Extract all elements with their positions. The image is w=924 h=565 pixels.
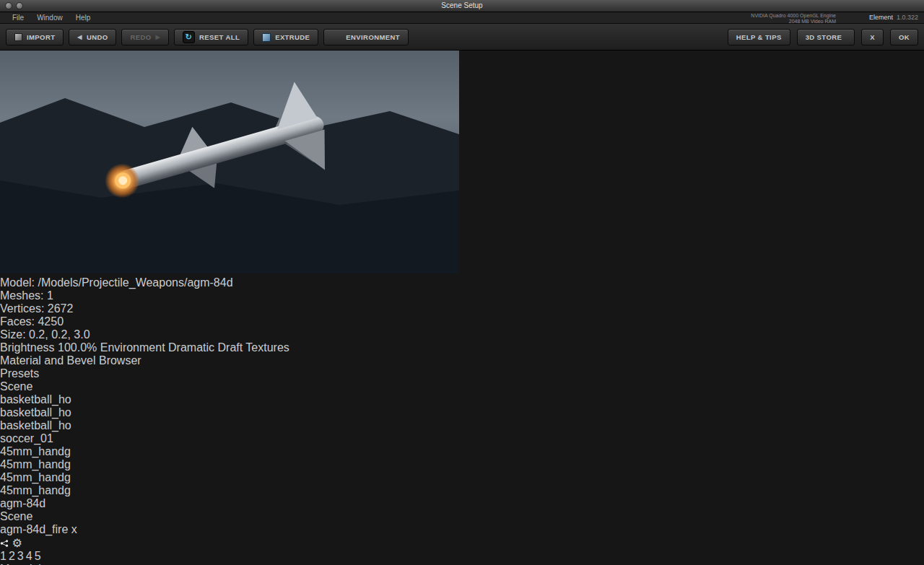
material-item[interactable]: basketball_ho [0, 419, 924, 432]
material-browser-title: Material and Bevel Browser [0, 354, 141, 367]
scene-object-row[interactable]: agm-84d_fire x [0, 523, 924, 536]
material-label: 45mm_handg [0, 484, 924, 497]
group-button[interactable]: 5 [35, 550, 41, 563]
scene-title: Scene [0, 510, 32, 522]
material-item[interactable]: basketball_ho [0, 406, 924, 419]
material-tab[interactable]: Scene [0, 380, 924, 393]
extrude-cube-icon [262, 33, 271, 42]
environment-sphere-icon [332, 32, 341, 42]
material-label: soccer_01 [0, 432, 924, 445]
brightness-value[interactable]: 100.0% [58, 341, 97, 354]
scene-toolbar: ⚙ 12345 [0, 536, 924, 563]
import-icon [14, 33, 22, 41]
settings-button[interactable]: ⚙ [12, 537, 22, 549]
main-toolbar: IMPORT ◀ UNDO REDO ▶ ↻ RESET ALL EXTRUDE… [0, 24, 924, 51]
material-panel-header: Material and Bevel Browser [0, 354, 924, 367]
preview-render [0, 13, 459, 273]
scene-panel-header: Scene [0, 510, 924, 523]
material-label: 45mm_handg [0, 471, 924, 484]
material-label: basketball_ho [0, 406, 924, 419]
preview-controls: Brightness 100.0% Environment Dramatic D… [0, 341, 924, 354]
cancel-button[interactable]: X [861, 29, 884, 45]
material-tabs: PresetsScene [0, 367, 924, 393]
draft-textures-label: Draft Textures [218, 341, 289, 354]
material-label: agm-84d [0, 497, 924, 510]
environment-label: Environment [100, 341, 165, 354]
reset-icon: ↻ [183, 31, 195, 43]
menu-item[interactable]: File [6, 12, 30, 23]
material-label: 45mm_handg [0, 445, 924, 458]
gear-icon: ⚙ [12, 537, 22, 549]
material-item[interactable]: 45mm_handg [0, 471, 924, 484]
material-item[interactable]: soccer_01 [0, 432, 924, 445]
material-tab[interactable]: Presets [0, 367, 924, 380]
material-item[interactable]: 45mm_handg [0, 458, 924, 471]
import-button[interactable]: IMPORT [6, 29, 64, 45]
undo-button[interactable]: ◀ UNDO [69, 29, 116, 45]
scene-content: agm-84d_fire x ⚙ 12345 Materials [0, 523, 924, 565]
preview-panel: Preview [0, 0, 924, 354]
store-button[interactable]: 3D STORE [797, 29, 855, 45]
ok-button[interactable]: OK [890, 29, 918, 45]
material-browser-body: basketball_ho basketball_ho basketball_h… [0, 393, 924, 510]
material-browser-panel: Material and Bevel Browser PresetsScene … [0, 354, 924, 510]
environment-button[interactable]: ENVIRONMENT [323, 29, 409, 45]
material-item[interactable]: agm-84d [0, 497, 924, 510]
extrude-button[interactable]: EXTRUDE [253, 29, 318, 45]
preview-viewport[interactable]: Model: /Models/Projectile_Weapons/agm-84… [0, 13, 924, 341]
brightness-label: Brightness [0, 341, 55, 354]
material-label: basketball_ho [0, 393, 924, 406]
window-title: Scene Setup [0, 0, 924, 12]
gpu-info: NVIDIA Quadro 4000 OpenGL Engine 2048 MB… [751, 13, 836, 24]
group-button[interactable]: 1 [0, 550, 6, 563]
material-label: 45mm_handg [0, 458, 924, 471]
reset-all-button[interactable]: ↻ RESET ALL [174, 29, 248, 45]
menu-item[interactable]: Help [69, 12, 97, 23]
group-button[interactable]: 2 [9, 550, 15, 563]
app-version: Element1.0.322 [869, 12, 918, 23]
undo-icon: ◀ [77, 34, 82, 40]
remove-object-button[interactable]: x [71, 523, 77, 535]
scene-object-name: agm-84d_fire [0, 523, 68, 535]
nodes-icon [0, 540, 9, 547]
material-item[interactable]: 45mm_handg [0, 484, 924, 497]
model-info-overlay: Model: /Models/Projectile_Weapons/agm-84… [0, 276, 924, 341]
group-button[interactable]: 4 [26, 550, 32, 563]
redo-icon: ▶ [156, 34, 161, 40]
menu-item[interactable]: Window [30, 12, 69, 23]
menubar: FileWindowHelp NVIDIA Quadro 4000 OpenGL… [0, 12, 924, 24]
group-button[interactable]: 3 [17, 550, 24, 563]
hierarchy-button[interactable] [0, 537, 12, 549]
material-label: basketball_ho [0, 419, 924, 432]
help-tips-button[interactable]: HELP & TIPS [728, 29, 790, 45]
material-item[interactable]: 45mm_handg [0, 445, 924, 458]
redo-button[interactable]: REDO ▶ [121, 29, 169, 45]
material-item[interactable]: basketball_ho [0, 393, 924, 406]
scene-panel: Scene agm-84d_fire x ⚙ 12345 Mater [0, 510, 924, 565]
window-titlebar: Scene Setup [0, 0, 924, 12]
environment-preset-dropdown[interactable]: Dramatic [168, 341, 217, 354]
